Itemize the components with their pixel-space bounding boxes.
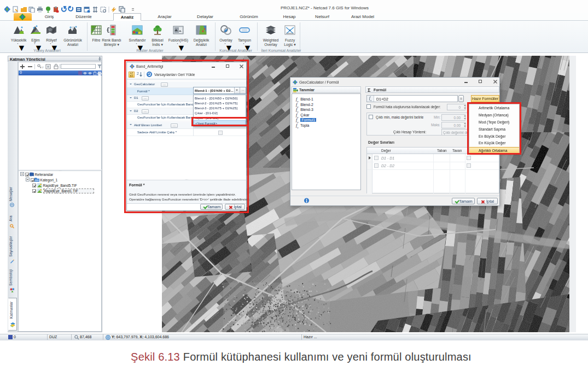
svg-text:z: z [42,66,44,69]
